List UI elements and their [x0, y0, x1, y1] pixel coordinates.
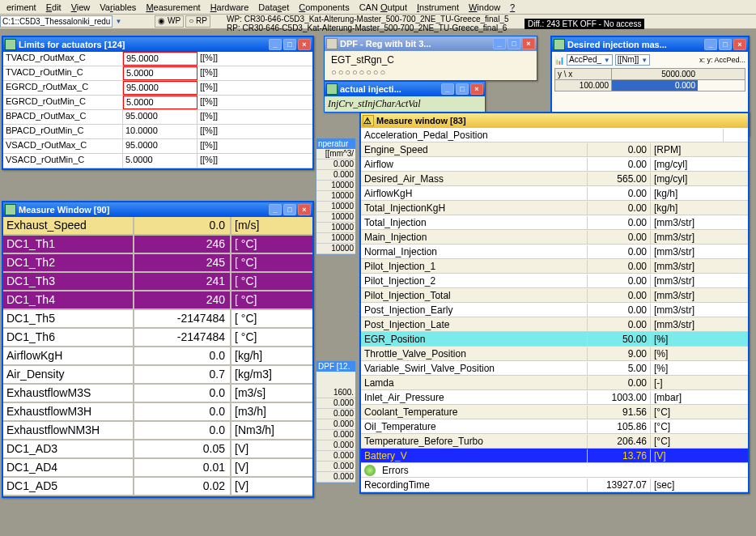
measure-row[interactable]: Engine_Speed0.00[RPM]: [361, 143, 748, 157]
menu-dataset[interactable]: Dataset: [253, 2, 294, 13]
close-button[interactable]: ×: [298, 39, 311, 50]
menu-hardware[interactable]: Hardware: [206, 2, 254, 13]
accped-combo[interactable]: AccPed_ ▼: [567, 54, 613, 66]
wp-radio[interactable]: ◉ WP: [155, 15, 184, 28]
limits-row[interactable]: EGRCD_rOutMax_C95.0000[[%]]: [3, 81, 312, 96]
experiment-combo[interactable]: C:1::C5D3_Thessaloniki_redu: [0, 15, 113, 28]
dropdown-icon[interactable]: ▼: [115, 18, 121, 25]
measure-row[interactable]: DC1_Th6-2147484[ °C]: [3, 329, 312, 347]
chart-icon[interactable]: 📊: [554, 56, 564, 65]
measure-row[interactable]: DC1_AD40.01[V]: [3, 459, 312, 478]
measure-row[interactable]: Variable_Swirl_Valve_Position5.00[%]: [361, 361, 748, 376]
menu-components[interactable]: Components: [294, 2, 354, 13]
param-value[interactable]: 5.0000: [123, 66, 197, 80]
menu-eriment[interactable]: eriment: [2, 2, 41, 13]
menu-instrument[interactable]: Instrument: [412, 2, 464, 13]
measure-row[interactable]: Exhaust_Speed0.0[m/s]: [3, 217, 312, 236]
di-titlebar[interactable]: Desired injection mas... _ □ ×: [552, 37, 748, 52]
rp-radio[interactable]: ○ RP: [185, 15, 210, 28]
measure-row[interactable]: Throttle_Valve_Position9.00[%]: [361, 347, 748, 361]
measure-row[interactable]: Airflow0.00[mg/cyl]: [361, 157, 748, 172]
measure-row[interactable]: DC1_AD50.02[V]: [3, 478, 312, 496]
measure-row[interactable]: Post_Injection_Early0.00[mm3/str]: [361, 303, 748, 317]
limits-row[interactable]: BPACD_rOutMax_C95.0000[[%]]: [3, 110, 312, 125]
limits-row[interactable]: TVACD_rOutMax_C95.0000[[%]]: [3, 52, 312, 66]
close-button[interactable]: ×: [470, 83, 483, 95]
unit-combo[interactable]: [[Nm]] ▼: [615, 54, 650, 66]
measure-row[interactable]: Pilot_Injection_10.00[mm3/str]: [361, 259, 748, 274]
measure-window-83[interactable]: ⚠ Measure window [83] Acceleration_Pedal…: [359, 112, 750, 494]
measure-row[interactable]: Coolant_Temperature91.56[°C]: [361, 405, 748, 419]
m90-titlebar[interactable]: Measure Window [90] _ □ ×: [3, 202, 312, 217]
measure-row[interactable]: Total_Injection0.00[mm3/str]: [361, 215, 748, 230]
menu-edit[interactable]: Edit: [41, 2, 66, 13]
minimize-button[interactable]: _: [704, 39, 717, 50]
minimize-button[interactable]: _: [441, 83, 454, 95]
maximize-button[interactable]: □: [508, 38, 520, 49]
menu-view[interactable]: View: [66, 2, 96, 13]
egt-titlebar[interactable]: DPF - Reg with bit 3... _ □ ×: [325, 36, 537, 51]
menu-variables[interactable]: Variables: [95, 2, 141, 13]
measure-row[interactable]: Air_Density0.7[kg/m3]: [3, 366, 312, 385]
menu-can output[interactable]: CAN Output: [355, 2, 412, 13]
maximize-button[interactable]: □: [456, 83, 469, 95]
dpf-reg-window[interactable]: DPF - Reg with bit 3... _ □ × EGT_stRgn_…: [324, 36, 537, 81]
close-button[interactable]: ×: [298, 204, 311, 215]
limits-row[interactable]: BPACD_rOutMin_C10.0000[[%]]: [3, 125, 312, 139]
maximize-button[interactable]: □: [283, 204, 296, 215]
measure-row[interactable]: Desired_Air_Mass565.00[mg/cyl]: [361, 172, 748, 186]
measure-row[interactable]: Lamda0.00[-]: [361, 376, 748, 390]
param-value[interactable]: 95.0000: [123, 81, 197, 95]
maximize-button[interactable]: □: [283, 39, 296, 50]
menu-?[interactable]: ?: [505, 2, 520, 13]
measure-row[interactable]: DC1_Th2245[ °C]: [3, 254, 312, 273]
measure-row[interactable]: Pilot_Injection_Total0.00[mm3/str]: [361, 288, 748, 303]
di-cell-value[interactable]: 0.000: [612, 80, 698, 91]
measure-row[interactable]: Normal_Injection0.00[mm3/str]: [361, 245, 748, 259]
minimize-button[interactable]: _: [269, 39, 282, 50]
measure-row[interactable]: RecordingTime13927.07[sec]: [361, 478, 748, 492]
close-button[interactable]: ×: [522, 38, 535, 49]
measure-row[interactable]: Battery_V13.76[V]: [361, 449, 748, 463]
limits-row[interactable]: EGRCD_rOutMin_C5.0000[[%]]: [3, 96, 312, 110]
measure-row[interactable]: Oil_Temperature105.86[°C]: [361, 419, 748, 434]
measure-row[interactable]: Total_InjectionKgH0.00[kg/h]: [361, 201, 748, 215]
close-button[interactable]: ×: [733, 39, 746, 50]
measure-row[interactable]: DC1_Th4240[ °C]: [3, 291, 312, 310]
ai-titlebar[interactable]: actual injecti... _ □ ×: [325, 82, 485, 96]
measure-row[interactable]: EGR_Position50.00[%]: [361, 332, 748, 347]
limits-row[interactable]: VSACD_rOutMin_C5.0000[[%]]: [3, 154, 312, 168]
param-value[interactable]: 5.0000: [123, 154, 197, 168]
measure-row[interactable]: Inlet_Air_Pressure1003.00[mbar]: [361, 390, 748, 405]
measure-row[interactable]: Acceleration_Pedal_Position: [361, 128, 748, 143]
measure-row[interactable]: ExhaustflowM3S0.0[m3/s]: [3, 385, 312, 403]
measure-row[interactable]: AirflowKgH0.0[kg/h]: [3, 347, 312, 366]
di-table[interactable]: y \ x 5000.000 100.000 0.000: [554, 68, 745, 91]
limits-row[interactable]: TVACD_rOutMin_C5.0000[[%]]: [3, 66, 312, 81]
measure-row[interactable]: ExhaustflowNM3H0.0[Nm3/h]: [3, 422, 312, 440]
maximize-button[interactable]: □: [719, 39, 732, 50]
menu-measurement[interactable]: Measurement: [141, 2, 205, 13]
minimize-button[interactable]: _: [269, 204, 282, 215]
actual-injection-window[interactable]: actual injecti... _ □ × InjCrv_stInjChar…: [324, 81, 486, 113]
measure-row[interactable]: Pilot_Injection_20.00[mm3/str]: [361, 274, 748, 288]
param-value[interactable]: 10.0000: [123, 125, 197, 138]
measure-window-90[interactable]: Measure Window [90] _ □ × Exhaust_Speed0…: [2, 201, 314, 498]
measure-row[interactable]: DC1_Th5-2147484[ °C]: [3, 310, 312, 329]
measure-row[interactable]: Errors: [361, 463, 748, 478]
measure-row[interactable]: ExhaustflowM3H0.0[m3/h]: [3, 403, 312, 422]
param-value[interactable]: 95.0000: [123, 139, 197, 153]
menu-window[interactable]: Window: [464, 2, 505, 13]
measure-row[interactable]: Main_Injection0.00[mm3/str]: [361, 230, 748, 245]
limits-row[interactable]: VSACD_rOutMax_C95.0000[[%]]: [3, 139, 312, 154]
minimize-button[interactable]: _: [493, 38, 506, 49]
measure-row[interactable]: Temperature_Before_Turbo206.46[°C]: [361, 434, 748, 449]
param-value[interactable]: 95.0000: [123, 110, 197, 124]
measure-row[interactable]: DC1_AD30.05[V]: [3, 440, 312, 459]
param-value[interactable]: 5.0000: [123, 96, 197, 109]
measure-row[interactable]: AirflowKgH0.00[kg/h]: [361, 186, 748, 201]
limits-window[interactable]: Limits for actuators [124] _ □ × TVACD_r…: [2, 36, 314, 170]
measure-row[interactable]: DC1_Th3241[ °C]: [3, 273, 312, 291]
measure-row[interactable]: Post_Injection_Late0.00[mm3/str]: [361, 317, 748, 332]
m83-titlebar[interactable]: ⚠ Measure window [83]: [361, 113, 748, 128]
